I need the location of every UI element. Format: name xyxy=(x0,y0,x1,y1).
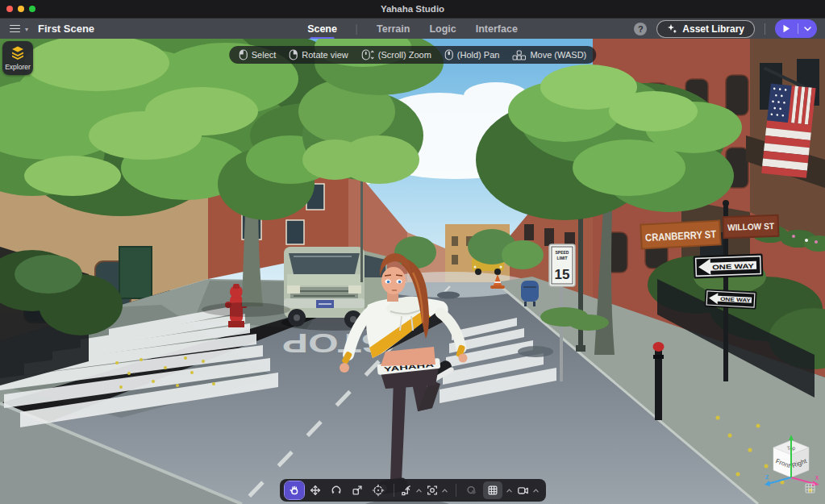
willow-st-label: WILLOW ST xyxy=(727,221,775,232)
mouse-scroll-icon xyxy=(361,49,374,60)
path-icon xyxy=(400,484,413,497)
chevron-up-icon xyxy=(415,488,423,494)
hint-select: Select xyxy=(239,49,277,60)
toolbar-divider xyxy=(456,484,456,497)
mini-grid-icon[interactable] xyxy=(804,482,816,494)
rotate-icon xyxy=(330,484,343,497)
hint-move: Move (WASD) xyxy=(512,50,586,60)
mouse-right-click-icon xyxy=(289,49,298,60)
window-title: Yahaha Studio xyxy=(0,4,825,14)
tab-scene-label: Scene xyxy=(307,23,337,35)
titlebar: Yahaha Studio xyxy=(0,0,825,18)
hint-pan-label: (Hold) Pan xyxy=(457,50,500,60)
move-tool-button[interactable] xyxy=(306,481,325,499)
transform-toolbar xyxy=(280,479,546,502)
chevron-down-icon xyxy=(804,27,811,31)
scale-icon xyxy=(351,484,364,497)
chevron-up-icon xyxy=(532,488,540,494)
hint-move-label: Move (WASD) xyxy=(530,50,586,60)
move-icon xyxy=(309,484,322,497)
tab-logic[interactable]: Logic xyxy=(429,19,456,40)
x-axis-label: X xyxy=(815,475,819,481)
camera-options-chevron[interactable] xyxy=(531,481,541,499)
mouse-hold-icon xyxy=(444,49,453,60)
z-axis-label: Z xyxy=(765,474,769,480)
cranberry-st-sign[interactable]: CRANBERRY ST xyxy=(640,220,720,248)
transform-icon xyxy=(372,484,385,497)
play-split-button xyxy=(775,19,817,38)
tab-logic-label: Logic xyxy=(429,23,456,35)
one-way-top-label: ONE WAY xyxy=(712,262,755,271)
camera-tool-button[interactable] xyxy=(516,481,541,499)
mouse-left-click-icon xyxy=(239,49,248,60)
asset-library-button[interactable]: Asset Library xyxy=(656,20,755,38)
menubar-right: ? Asset Library xyxy=(634,19,825,38)
snap-tool-button[interactable] xyxy=(462,481,481,499)
scene-title: First Scene xyxy=(38,23,94,35)
grid-tool-button[interactable] xyxy=(483,481,502,499)
willow-st-sign[interactable]: WILLOW ST xyxy=(723,215,779,238)
layers-stack-icon xyxy=(10,45,26,61)
grid-options-chevron[interactable] xyxy=(504,481,515,499)
one-way-sign-bottom[interactable]: ONE WAY xyxy=(704,289,756,309)
mode-tabs: Scene Terrain Logic Interface xyxy=(307,19,518,40)
yahaha-studio-window: Yahaha Studio ▾ First Scene Scene Terrai… xyxy=(0,0,825,504)
sparkle-plus-icon xyxy=(667,23,677,34)
toolbar-divider xyxy=(394,484,394,497)
hint-rotate-view: Rotate view xyxy=(289,49,348,60)
tab-interface[interactable]: Interface xyxy=(476,19,518,40)
path-options-chevron[interactable] xyxy=(414,481,424,499)
chevron-up-icon xyxy=(506,488,513,494)
hint-zoom-label: (Scroll) Zoom xyxy=(378,50,431,60)
wasd-keys-icon xyxy=(512,50,526,60)
tab-interface-label: Interface xyxy=(476,23,518,35)
hint-pan: (Hold) Pan xyxy=(444,49,500,60)
chevron-up-icon xyxy=(441,488,448,494)
asset-library-label: Asset Library xyxy=(682,23,744,35)
speed-limit-line1: SPEED xyxy=(556,250,569,255)
grid-icon xyxy=(486,484,499,497)
focus-icon xyxy=(426,484,439,497)
z-axis xyxy=(768,477,791,484)
green-door xyxy=(119,247,152,298)
scale-tool-button[interactable] xyxy=(348,481,367,499)
tab-terrain[interactable]: Terrain xyxy=(377,19,410,40)
tab-terrain-label: Terrain xyxy=(377,23,410,35)
focus-tool-button[interactable] xyxy=(426,481,450,499)
play-options-button[interactable] xyxy=(798,27,817,31)
speed-limit-value: 15 xyxy=(555,267,570,282)
explorer-panel-button[interactable]: Explorer xyxy=(2,41,33,75)
main-menu-button[interactable] xyxy=(10,25,20,33)
play-icon xyxy=(782,24,790,33)
camera-icon xyxy=(516,484,530,497)
speed-limit-line2: LIMIT xyxy=(556,256,567,260)
one-way-sign-top[interactable]: ONE WAY xyxy=(694,254,764,279)
focus-options-chevron[interactable] xyxy=(440,481,450,499)
help-button[interactable]: ? xyxy=(634,23,647,35)
menubar: ▾ First Scene Scene Terrain Logic Interf… xyxy=(0,18,825,39)
viewport-hint-toolbar: Select Rotate view (Scroll) Zoom xyxy=(229,46,597,64)
explorer-label: Explorer xyxy=(5,63,31,71)
snap-icon xyxy=(465,484,478,497)
tab-divider xyxy=(356,24,357,35)
play-button[interactable] xyxy=(775,24,798,33)
scene-canvas[interactable]: STOP xyxy=(0,39,825,504)
hand-icon xyxy=(288,484,301,497)
menu-chevron-down-icon[interactable]: ▾ xyxy=(25,26,28,33)
path-tool-button[interactable] xyxy=(400,481,424,499)
rotate-tool-button[interactable] xyxy=(327,481,346,499)
transform-tool-button[interactable] xyxy=(369,481,388,499)
hint-zoom: (Scroll) Zoom xyxy=(361,49,431,60)
hint-rotate-view-label: Rotate view xyxy=(302,50,348,60)
tab-scene[interactable]: Scene xyxy=(307,19,337,40)
menubar-divider xyxy=(765,23,765,35)
hint-select-label: Select xyxy=(252,50,277,60)
viewport[interactable]: STOP xyxy=(0,39,825,504)
hand-tool-button[interactable] xyxy=(285,481,304,499)
menubar-left: ▾ First Scene xyxy=(0,23,94,35)
